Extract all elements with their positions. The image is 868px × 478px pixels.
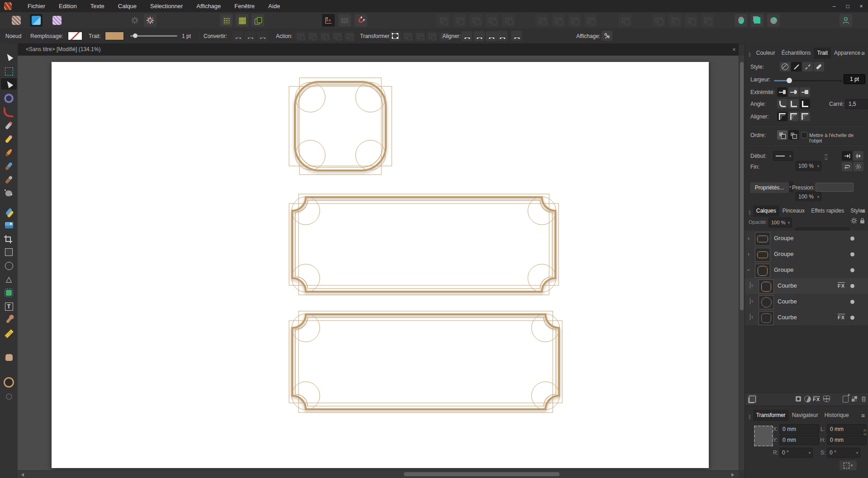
horizontal-scrollbar-thumb[interactable] (404, 472, 560, 476)
x-field[interactable]: 0 mm (779, 424, 819, 434)
stroke-width-slider[interactable] (130, 28, 177, 43)
layer-effects-button[interactable]: FX (812, 394, 821, 403)
insert-on-top-button[interactable] (767, 14, 780, 27)
rotation-dropdown[interactable]: 0 ° (779, 448, 813, 458)
ruler-tool[interactable] (3, 328, 14, 339)
convert-sharp-button[interactable] (232, 31, 243, 41)
tab-apparence[interactable]: Apparence (831, 47, 863, 59)
arrow-align-tip-button[interactable] (842, 151, 852, 161)
panel-menu-icon[interactable]: ≡ (861, 208, 865, 215)
rotate-cw-button[interactable] (701, 14, 714, 27)
settings-gear-button[interactable] (128, 14, 141, 27)
start-style-dropdown[interactable] (773, 151, 793, 161)
action-join-button[interactable] (332, 31, 342, 41)
close-button[interactable]: × (854, 0, 868, 12)
link-start-end-icon[interactable]: ⊓⊔ (825, 154, 827, 160)
snap-aligned-handles-button[interactable] (511, 31, 522, 41)
knife-tool[interactable] (3, 174, 14, 185)
scroll-right-arrow-icon[interactable] (731, 473, 734, 477)
move-backward-button[interactable] (552, 14, 564, 27)
move-tool[interactable] (3, 51, 14, 62)
designer-persona-button[interactable] (30, 14, 43, 27)
cap-round-button[interactable] (788, 87, 799, 97)
tab-styles[interactable]: Styles (847, 205, 868, 217)
horizontal-scrollbar[interactable] (18, 470, 739, 478)
layer-row-curve-2[interactable]: ‹ Courbe (745, 294, 868, 310)
ellipse-tool[interactable] (3, 260, 14, 271)
join-bevel-button[interactable] (788, 99, 799, 109)
height-field[interactable]: 0 mm (827, 435, 867, 445)
visibility-toggle[interactable] (850, 252, 854, 256)
artboard-tool[interactable] (3, 66, 14, 77)
move-to-back-button[interactable] (536, 14, 548, 27)
transparency-bg-button[interactable] (850, 394, 859, 403)
end-scale-dropdown[interactable]: 100 % (796, 192, 821, 202)
cap-square-button[interactable] (800, 87, 810, 97)
tab-close-icon[interactable]: × (732, 43, 736, 56)
stroke-style-none-button[interactable] (780, 62, 790, 71)
tab-pinceaux[interactable]: Pinceaux (779, 205, 808, 217)
layer-row-group-3[interactable]: › Groupe (745, 262, 868, 279)
reset-ends-button[interactable] (853, 162, 863, 171)
mask-layer-button[interactable] (794, 394, 803, 403)
show-handles-button[interactable] (602, 31, 612, 41)
tab-couleur[interactable]: Couleur (753, 47, 778, 59)
fx-badge[interactable]: FX (838, 314, 845, 320)
snapping-button[interactable] (355, 14, 367, 27)
tab-echantillons[interactable]: Échantillons (778, 47, 814, 59)
flip-horizontal-button[interactable] (652, 14, 665, 27)
brush-tool[interactable] (3, 147, 14, 158)
align-center-button[interactable] (777, 112, 787, 121)
snap-grid-button[interactable] (236, 14, 248, 27)
zoom-tool[interactable] (3, 377, 14, 388)
minimize-button[interactable]: – (827, 0, 841, 12)
pixel-persona-button[interactable] (51, 14, 63, 27)
join-round-button[interactable] (777, 99, 787, 109)
layer-row-group-2[interactable]: › Groupe (745, 246, 868, 263)
tool-strip-overflow[interactable] (3, 391, 14, 402)
pencil-tool[interactable] (3, 133, 14, 145)
miter-field[interactable]: 1,5 (845, 99, 868, 109)
transparency-tool[interactable] (3, 206, 14, 217)
menu-texte[interactable]: Texte (84, 0, 111, 12)
fill-tool[interactable] (3, 188, 14, 199)
tab-calques[interactable]: Calques (753, 205, 779, 217)
color-picker-tool[interactable] (3, 314, 14, 326)
move-by-pixel-button[interactable] (338, 14, 351, 27)
properties-button[interactable]: Propriétés... (749, 182, 789, 194)
mesh-warp-button[interactable] (822, 394, 831, 403)
tab-effets-rapides[interactable]: Effets rapides (808, 205, 847, 217)
menu-calque[interactable]: Calque (111, 0, 143, 12)
tab-trait[interactable]: Trait (814, 47, 831, 59)
convert-smooth-button[interactable] (245, 31, 256, 41)
menu-fenetre[interactable]: Fenêtre (228, 0, 261, 12)
move-forward-button[interactable] (568, 14, 581, 27)
transform-selection-box-button[interactable] (390, 31, 401, 41)
blend-options-gear-icon[interactable] (851, 218, 857, 224)
fx-badge[interactable]: FX (838, 282, 845, 289)
action-break-button[interactable] (295, 31, 306, 41)
document-tab-title[interactable]: <Sans titre> [Modifié] (134.1%) (26, 43, 100, 56)
insert-behind-button[interactable] (735, 14, 747, 27)
adjustment-layer-button[interactable] (803, 394, 812, 403)
delete-layer-button[interactable] (859, 394, 868, 403)
rotate-ccw-button[interactable] (685, 14, 697, 27)
add-layer-button[interactable] (841, 394, 850, 403)
transform-center-button[interactable] (414, 31, 425, 41)
y-field[interactable]: 0 mm (779, 435, 819, 445)
boolean-divide-button[interactable] (486, 14, 498, 27)
corner-tool[interactable] (3, 106, 14, 118)
width-field[interactable]: 0 mm (827, 424, 867, 434)
visibility-toggle[interactable] (850, 268, 854, 272)
expand-chevron-icon[interactable]: › (748, 251, 749, 257)
stroke-width-value[interactable]: 1 pt (182, 28, 191, 43)
ornamental-frame-wide-1[interactable] (288, 193, 560, 296)
menu-aide[interactable]: Aide (261, 0, 287, 12)
link-dimensions-icon[interactable]: ⊓⊔ (863, 429, 866, 435)
start-scale-dropdown[interactable]: 100 % (796, 161, 821, 171)
menu-edition[interactable]: Edition (52, 0, 84, 12)
visibility-toggle[interactable] (850, 300, 854, 304)
hand-tool[interactable] (3, 352, 14, 363)
panel-menu-icon[interactable]: ≡ (861, 412, 865, 419)
scale-with-object-checkbox[interactable] (801, 132, 807, 138)
